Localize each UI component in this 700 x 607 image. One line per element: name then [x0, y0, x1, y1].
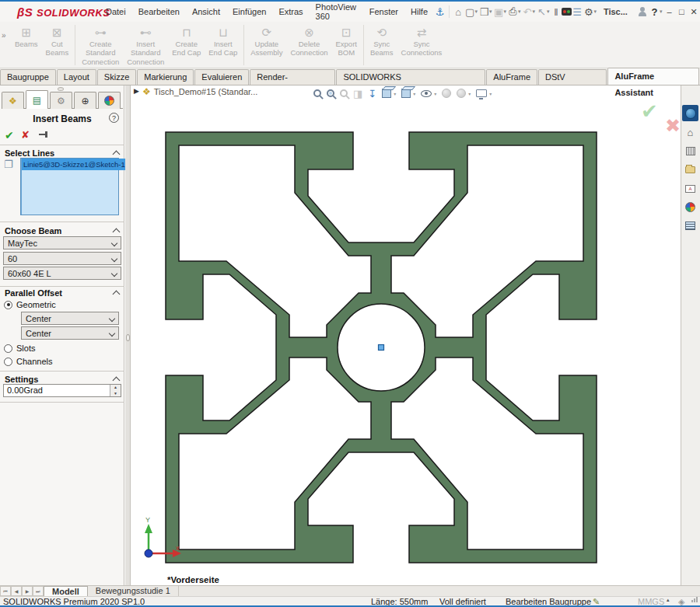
tab-nav-prev-button[interactable]: ◀	[11, 586, 22, 596]
radio-geometric[interactable]: Geometric	[4, 300, 56, 309]
ribbon-button-delete-connection[interactable]: ⊗Delete Connection	[286, 25, 331, 58]
taskpane-custom-properties-button[interactable]	[682, 218, 698, 234]
search-doc-label[interactable]: Tisc...	[597, 7, 634, 16]
ok-check-button[interactable]: ✔	[5, 129, 14, 141]
tab-aluframe[interactable]: AluFrame	[486, 69, 537, 85]
ribbon-button-export-bom[interactable]: ⊡Export BOM	[332, 25, 361, 58]
tab-display-manager[interactable]	[98, 92, 121, 109]
tab-baugruppe[interactable]: Baugruppe	[0, 69, 56, 85]
angle-spinner[interactable]: 0.00Grad ▲▼	[3, 384, 121, 397]
home-icon[interactable]: ⌂	[453, 6, 464, 18]
confirmation-corner-ok-icon[interactable]: ✔	[641, 99, 658, 124]
tab-nav-last-button[interactable]: ⏭	[33, 586, 44, 596]
menu-photoview360[interactable]: PhotoView 360	[310, 2, 363, 21]
tab-modell[interactable]: Modell	[44, 586, 88, 596]
ribbon-button-cut-beams[interactable]: ⊠Cut Beams	[42, 25, 73, 58]
section-view-icon[interactable]: ◨	[353, 88, 362, 99]
ribbon-button-beams[interactable]: ⊞Beams	[11, 25, 42, 49]
radio-slots[interactable]: Slots	[4, 344, 35, 353]
close-button[interactable]: ✕	[688, 7, 700, 17]
tab-aluframe-assistant[interactable]: AluFrame Assistant	[607, 68, 699, 85]
panel-help-icon[interactable]: ?	[109, 113, 119, 123]
menu-hilfe[interactable]: Hilfe	[404, 7, 434, 16]
tab-nav-first-button[interactable]: ⏮	[0, 586, 11, 596]
feature-tree-flyout-arrow[interactable]: ▶	[134, 87, 139, 95]
select-cursor-icon[interactable]: ↖	[537, 6, 547, 18]
tab-markierung[interactable]: Markierung	[137, 69, 194, 85]
undo-caret[interactable]: ▾	[532, 9, 535, 15]
tab-bewegungsstudie[interactable]: Bewegungsstudie 1	[88, 586, 179, 596]
select-caret[interactable]: ▾	[547, 9, 550, 15]
display-style-icon[interactable]	[401, 89, 411, 98]
choose-beam-header[interactable]: Choose Beam	[5, 226, 61, 235]
ribbon-button-insert-standard-connection[interactable]: ⊷Insert Standard Connection	[123, 25, 168, 67]
ribbon-button-create-end-cap[interactable]: ⊓Create End Cap	[168, 25, 205, 58]
save-caret[interactable]: ▾	[504, 9, 507, 15]
open-document-icon[interactable]: ❒	[479, 6, 489, 18]
taskpane-resources-button[interactable]	[682, 105, 698, 121]
vendor-dropdown[interactable]: MayTec	[3, 236, 121, 249]
zoom-to-fit-icon[interactable]	[313, 89, 321, 97]
attachment-icon[interactable]: ‖	[551, 6, 561, 18]
apply-scene-caret[interactable]: ▾	[468, 91, 471, 96]
hide-show-caret[interactable]: ▾	[434, 91, 436, 96]
menu-bearbeiten[interactable]: Bearbeiten	[132, 7, 186, 16]
offset1-dropdown[interactable]: Center	[21, 312, 119, 325]
selected-lines-listbox[interactable]: Linie5@3D-Skizze1@Sketch-1	[20, 158, 119, 215]
cancel-x-button[interactable]: ✘	[21, 129, 30, 141]
user-account-icon[interactable]	[639, 7, 644, 16]
tab-layout[interactable]: Layout	[57, 69, 96, 85]
angle-value[interactable]: 0.00Grad	[4, 385, 110, 396]
tab-solidworks-zusatzanwendungen[interactable]: SOLIDWORKS Zusatzanwendungen	[336, 69, 485, 85]
radio-channels[interactable]: Channels	[4, 357, 52, 366]
display-style-caret[interactable]: ▾	[413, 91, 415, 96]
settings-header[interactable]: Settings	[5, 375, 38, 384]
new-document-icon[interactable]: ▢	[465, 6, 475, 18]
taskpane-file-explorer-button[interactable]	[682, 162, 698, 178]
zoom-to-area-icon[interactable]	[327, 89, 334, 97]
taskpane-home-button[interactable]: ⌂	[682, 124, 698, 141]
panel-splitter-grip[interactable]	[126, 334, 130, 341]
view-orientation-icon[interactable]	[382, 89, 391, 98]
center-sketch-point[interactable]	[379, 345, 384, 351]
open-document-caret[interactable]: ▾	[489, 9, 492, 15]
new-document-caret[interactable]: ▾	[475, 9, 478, 15]
menu-extras[interactable]: Extras	[272, 7, 309, 16]
print-icon[interactable]: ⎙	[508, 5, 518, 18]
keep-visible-pin-icon[interactable]	[39, 131, 50, 138]
confirmation-corner-cancel-icon[interactable]: ✖	[665, 115, 681, 137]
offset2-dropdown[interactable]: Center	[21, 326, 119, 340]
view-orientation-caret[interactable]: ▾	[394, 91, 396, 96]
tab-configuration-manager[interactable]: ⚙	[50, 92, 72, 109]
help-icon[interactable]: ?	[649, 6, 660, 18]
ribbon-button-sync-beams[interactable]: ⟲Sync Beams	[366, 25, 397, 58]
select-lines-header[interactable]: Select Lines	[5, 148, 54, 158]
maximize-button[interactable]: □	[675, 7, 688, 16]
bom-list-icon[interactable]: ☰	[572, 6, 583, 18]
tab-evaluieren[interactable]: Evaluieren	[194, 69, 249, 85]
print-caret[interactable]: ▾	[518, 9, 521, 15]
normal-to-icon[interactable]: ↧	[368, 88, 376, 99]
ribbon-button-update-assembly[interactable]: ⟳Update Assembly	[247, 25, 286, 58]
spin-up-button[interactable]: ▲	[110, 385, 121, 391]
ribbon-button-insert-end-cap[interactable]: ⊔Insert End Cap	[205, 25, 241, 58]
status-expand-arrow[interactable]: ▴	[667, 597, 670, 603]
previous-view-icon[interactable]	[340, 89, 348, 97]
help-caret[interactable]: ▾	[660, 9, 663, 15]
panel-top-grip[interactable]	[58, 87, 64, 91]
interference-lights-icon[interactable]	[562, 8, 571, 16]
spin-down-button[interactable]: ▼	[110, 391, 121, 397]
tab-property-manager[interactable]: ▤	[26, 90, 48, 109]
tab-feature-manager[interactable]: ❖	[2, 92, 24, 109]
parallel-offset-header[interactable]: Parallel Offset	[5, 288, 62, 298]
taskpane-view-palette-button[interactable]: A	[682, 180, 698, 197]
hide-show-items-icon[interactable]	[421, 90, 432, 97]
ribbon-button-create-standard-connection[interactable]: ⊶Create Standard Connection	[78, 25, 123, 67]
menu-fenster[interactable]: Fenster	[363, 7, 404, 16]
options-caret[interactable]: ▾	[593, 9, 597, 15]
ribbon-button-sync-connections[interactable]: ⇄Sync Connections	[397, 25, 446, 58]
apply-scene-icon[interactable]	[457, 89, 466, 98]
taskpane-design-library-button[interactable]	[682, 143, 698, 159]
minimize-button[interactable]: –	[663, 7, 676, 16]
view-settings-caret[interactable]: ▾	[489, 91, 492, 96]
